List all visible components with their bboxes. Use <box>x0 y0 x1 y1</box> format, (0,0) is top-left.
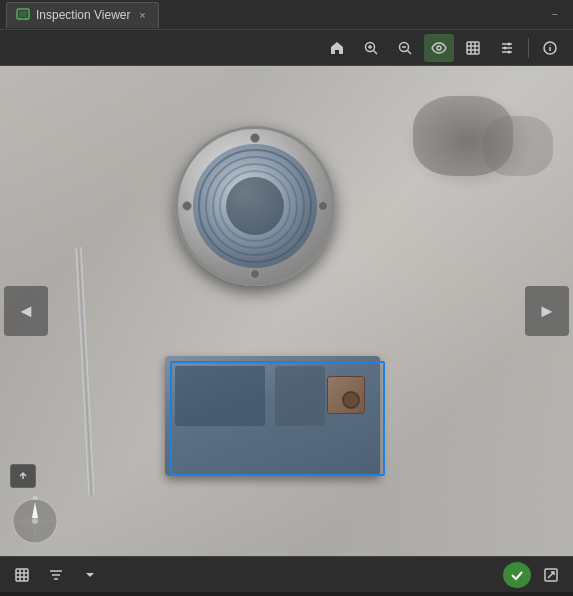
svg-line-5 <box>374 50 378 54</box>
compass-rose: N <box>10 496 60 546</box>
svg-point-25 <box>550 44 551 45</box>
svg-text:N: N <box>33 496 37 501</box>
bolt-right <box>318 201 328 211</box>
svg-point-11 <box>437 46 441 50</box>
zoom-out-button[interactable] <box>390 34 420 62</box>
tab-close-button[interactable]: × <box>136 8 150 22</box>
svg-point-22 <box>508 50 511 53</box>
nav-next-button[interactable]: ► <box>525 286 569 336</box>
toolbar <box>0 30 573 66</box>
svg-point-20 <box>508 42 511 45</box>
status-right-section <box>503 562 565 588</box>
fan-center-hub <box>226 177 284 235</box>
title-bar: Inspection Viewer × − <box>0 0 573 30</box>
svg-rect-33 <box>16 569 28 581</box>
status-filter-button[interactable] <box>42 562 70 588</box>
right-arrow-icon: ► <box>538 301 556 322</box>
svg-point-21 <box>504 46 507 49</box>
adjust-button[interactable] <box>492 34 522 62</box>
left-arrow-icon: ◄ <box>17 301 35 322</box>
zoom-in-button[interactable] <box>356 34 386 62</box>
bolt-top <box>250 133 260 143</box>
export-button[interactable] <box>537 562 565 588</box>
status-bar <box>0 556 573 592</box>
bolt-left <box>182 201 192 211</box>
title-text: Inspection Viewer <box>36 8 131 22</box>
hvac-fan-unit <box>170 126 350 336</box>
svg-point-31 <box>32 518 38 524</box>
image-viewer: ◄ ► N <box>0 66 573 556</box>
toolbar-separator <box>528 38 529 58</box>
nav-previous-button[interactable]: ◄ <box>4 286 48 336</box>
fan-cylinder-body <box>175 126 335 286</box>
fan-inner <box>193 144 317 268</box>
title-tab: Inspection Viewer × <box>6 2 159 28</box>
status-layers-button[interactable] <box>8 562 36 588</box>
status-left-section <box>8 562 104 588</box>
inspection-viewer-icon <box>15 7 31 23</box>
layers-button[interactable] <box>458 34 488 62</box>
selection-box <box>170 361 385 476</box>
svg-rect-12 <box>467 42 479 54</box>
status-dropdown-button[interactable] <box>76 562 104 588</box>
confirm-button[interactable] <box>503 562 531 588</box>
roof-stain <box>403 91 533 191</box>
window-controls: − <box>543 3 567 27</box>
home-button[interactable] <box>322 34 352 62</box>
svg-line-9 <box>408 50 412 54</box>
window-minimize-button[interactable]: − <box>543 3 567 27</box>
svg-rect-1 <box>19 11 27 17</box>
image-zoom-up-button[interactable] <box>10 464 36 488</box>
info-button[interactable] <box>535 34 565 62</box>
bolt-bottom <box>250 269 260 279</box>
visibility-button[interactable] <box>424 34 454 62</box>
image-overlay-controls: N <box>10 464 60 546</box>
